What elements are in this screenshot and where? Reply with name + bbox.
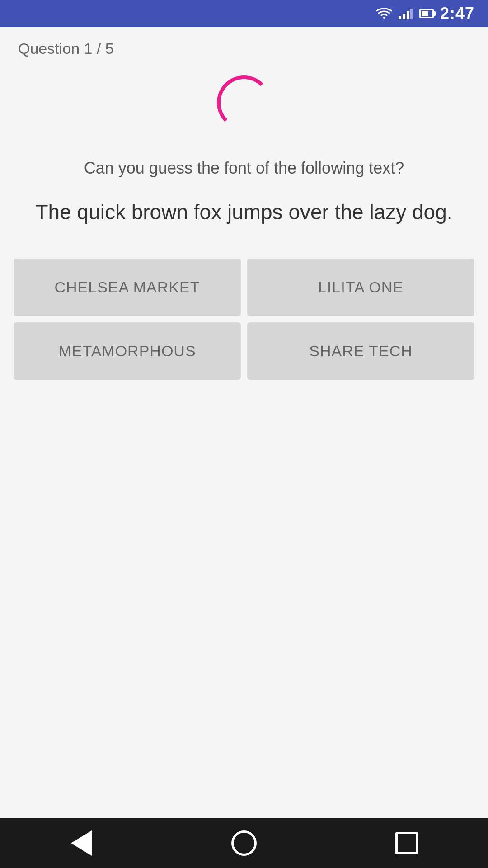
question-counter: Question 1 / 5 <box>14 27 474 66</box>
back-icon <box>71 830 92 856</box>
nav-home-button[interactable] <box>228 827 260 859</box>
answer-share-tech[interactable]: SHARE TECH <box>247 322 474 380</box>
loading-spinner-container <box>14 75 474 130</box>
answer-lilita-one[interactable]: LILITA ONE <box>247 259 474 316</box>
answers-grid: CHELSEA MARKET LILITA ONE METAMORPHOUS S… <box>14 259 474 380</box>
status-time: 2:47 <box>440 4 474 23</box>
wifi-icon <box>376 8 392 19</box>
svg-rect-3 <box>410 9 413 19</box>
svg-rect-1 <box>403 14 405 19</box>
status-bar: 2:47 <box>0 0 488 27</box>
nav-back-button[interactable] <box>66 827 97 859</box>
recents-icon <box>395 832 418 854</box>
sample-text: The quick brown fox jumps over the lazy … <box>26 198 461 226</box>
status-icons: 2:47 <box>376 4 474 23</box>
svg-rect-0 <box>399 16 401 19</box>
answer-chelsea-market[interactable]: CHELSEA MARKET <box>14 259 241 316</box>
loading-spinner <box>217 75 271 130</box>
home-icon <box>231 830 257 856</box>
main-content: Question 1 / 5 Can you guess the font of… <box>0 27 488 818</box>
answer-metamorphous[interactable]: METAMORPHOUS <box>14 322 241 380</box>
question-text: Can you guess the font of the following … <box>75 157 413 179</box>
nav-recents-button[interactable] <box>391 827 422 859</box>
signal-icon <box>399 8 413 19</box>
nav-bar <box>0 818 488 868</box>
svg-rect-2 <box>407 11 409 19</box>
battery-icon <box>419 9 434 18</box>
